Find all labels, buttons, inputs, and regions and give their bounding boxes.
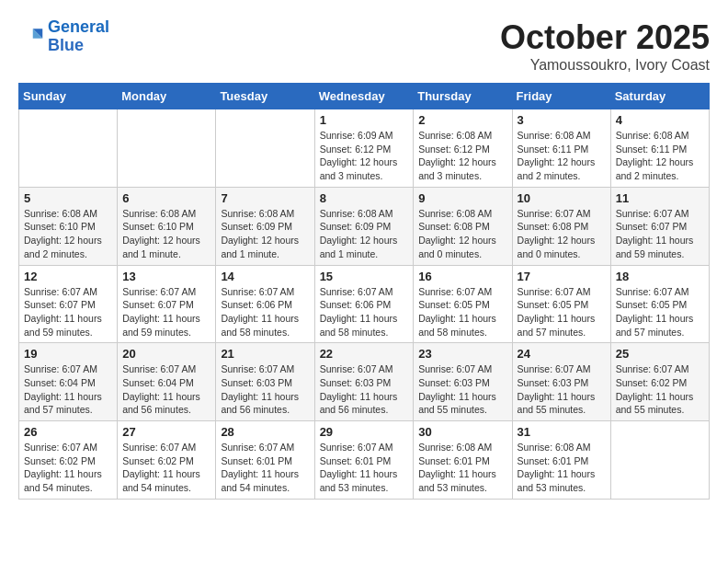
calendar-week-row: 1Sunrise: 6:09 AM Sunset: 6:12 PM Daylig… (19, 109, 710, 188)
calendar-cell: 8Sunrise: 6:08 AM Sunset: 6:09 PM Daylig… (314, 187, 414, 265)
calendar-cell: 30Sunrise: 6:08 AM Sunset: 6:01 PM Dayli… (414, 421, 512, 500)
day-number: 20 (122, 347, 210, 361)
day-info: Sunrise: 6:07 AM Sunset: 6:03 PM Dayligh… (320, 362, 409, 417)
calendar-cell (118, 109, 216, 188)
weekday-header: Thursday (414, 84, 512, 109)
day-number: 25 (616, 347, 704, 361)
day-info: Sunrise: 6:08 AM Sunset: 6:09 PM Dayligh… (221, 207, 309, 261)
day-number: 12 (24, 270, 112, 283)
month-title: October 2025 (500, 18, 710, 57)
calendar-week-row: 19Sunrise: 6:07 AM Sunset: 6:04 PM Dayli… (19, 343, 710, 421)
calendar-cell: 1Sunrise: 6:09 AM Sunset: 6:12 PM Daylig… (314, 109, 414, 188)
day-info: Sunrise: 6:07 AM Sunset: 6:02 PM Dayligh… (24, 441, 112, 495)
logo-blue: Blue (48, 36, 84, 54)
day-number: 27 (122, 425, 210, 439)
day-info: Sunrise: 6:07 AM Sunset: 6:07 PM Dayligh… (616, 207, 704, 261)
day-info: Sunrise: 6:08 AM Sunset: 6:01 PM Dayligh… (518, 441, 606, 495)
day-number: 2 (418, 113, 506, 127)
day-info: Sunrise: 6:08 AM Sunset: 6:11 PM Dayligh… (518, 129, 606, 183)
day-number: 18 (616, 270, 704, 283)
page-header: General Blue October 2025 Yamoussoukro, … (18, 18, 710, 74)
day-info: Sunrise: 6:07 AM Sunset: 6:01 PM Dayligh… (221, 441, 309, 495)
day-info: Sunrise: 6:08 AM Sunset: 6:12 PM Dayligh… (418, 129, 506, 183)
day-info: Sunrise: 6:08 AM Sunset: 6:08 PM Dayligh… (418, 207, 506, 261)
day-number: 6 (122, 191, 210, 205)
calendar-week-row: 5Sunrise: 6:08 AM Sunset: 6:10 PM Daylig… (19, 187, 710, 265)
calendar-cell: 16Sunrise: 6:07 AM Sunset: 6:05 PM Dayli… (414, 265, 512, 343)
calendar-cell: 28Sunrise: 6:07 AM Sunset: 6:01 PM Dayli… (216, 421, 314, 500)
day-number: 15 (320, 270, 409, 283)
day-number: 10 (518, 191, 606, 205)
day-info: Sunrise: 6:08 AM Sunset: 6:11 PM Dayligh… (616, 129, 704, 183)
calendar-cell: 7Sunrise: 6:08 AM Sunset: 6:09 PM Daylig… (216, 187, 314, 265)
day-info: Sunrise: 6:07 AM Sunset: 6:05 PM Dayligh… (518, 285, 606, 339)
weekday-header: Wednesday (314, 84, 414, 109)
calendar-header: SundayMondayTuesdayWednesdayThursdayFrid… (19, 84, 710, 109)
day-number: 9 (418, 191, 506, 205)
day-number: 4 (616, 113, 704, 127)
day-number: 26 (24, 425, 112, 439)
day-number: 5 (24, 191, 112, 205)
day-info: Sunrise: 6:07 AM Sunset: 6:05 PM Dayligh… (616, 285, 704, 339)
calendar-cell: 29Sunrise: 6:07 AM Sunset: 6:01 PM Dayli… (314, 421, 414, 500)
day-info: Sunrise: 6:07 AM Sunset: 6:06 PM Dayligh… (221, 285, 309, 339)
day-info: Sunrise: 6:09 AM Sunset: 6:12 PM Dayligh… (320, 129, 409, 183)
weekday-header: Saturday (610, 84, 709, 109)
day-info: Sunrise: 6:07 AM Sunset: 6:02 PM Dayligh… (122, 441, 210, 495)
day-info: Sunrise: 6:07 AM Sunset: 6:07 PM Dayligh… (24, 285, 112, 339)
calendar-cell: 26Sunrise: 6:07 AM Sunset: 6:02 PM Dayli… (19, 421, 118, 500)
day-info: Sunrise: 6:07 AM Sunset: 6:04 PM Dayligh… (24, 362, 112, 417)
calendar-cell: 5Sunrise: 6:08 AM Sunset: 6:10 PM Daylig… (19, 187, 118, 265)
logo-general: General (48, 17, 109, 36)
calendar-cell: 19Sunrise: 6:07 AM Sunset: 6:04 PM Dayli… (19, 343, 118, 421)
calendar-cell: 23Sunrise: 6:07 AM Sunset: 6:03 PM Dayli… (414, 343, 512, 421)
calendar-cell (610, 421, 709, 500)
day-info: Sunrise: 6:07 AM Sunset: 6:01 PM Dayligh… (320, 441, 409, 495)
day-info: Sunrise: 6:07 AM Sunset: 6:02 PM Dayligh… (616, 362, 704, 417)
weekday-header: Tuesday (216, 84, 314, 109)
day-number: 11 (616, 191, 704, 205)
title-block: October 2025 Yamoussoukro, Ivory Coast (500, 18, 710, 74)
day-info: Sunrise: 6:08 AM Sunset: 6:09 PM Dayligh… (320, 207, 409, 261)
logo-icon (18, 24, 44, 50)
location-label: Yamoussoukro, Ivory Coast (500, 57, 710, 74)
day-number: 1 (320, 113, 409, 127)
day-number: 24 (518, 347, 606, 361)
calendar-cell: 6Sunrise: 6:08 AM Sunset: 6:10 PM Daylig… (118, 187, 216, 265)
day-number: 30 (418, 425, 506, 439)
day-number: 3 (518, 113, 606, 127)
day-number: 21 (221, 347, 309, 361)
calendar-cell: 24Sunrise: 6:07 AM Sunset: 6:03 PM Dayli… (512, 343, 610, 421)
day-number: 31 (518, 425, 606, 439)
day-info: Sunrise: 6:07 AM Sunset: 6:03 PM Dayligh… (221, 362, 309, 417)
day-info: Sunrise: 6:07 AM Sunset: 6:05 PM Dayligh… (418, 285, 506, 339)
calendar-cell: 21Sunrise: 6:07 AM Sunset: 6:03 PM Dayli… (216, 343, 314, 421)
day-info: Sunrise: 6:07 AM Sunset: 6:04 PM Dayligh… (122, 362, 210, 417)
calendar-cell: 13Sunrise: 6:07 AM Sunset: 6:07 PM Dayli… (118, 265, 216, 343)
day-info: Sunrise: 6:08 AM Sunset: 6:01 PM Dayligh… (418, 441, 506, 495)
calendar-cell: 4Sunrise: 6:08 AM Sunset: 6:11 PM Daylig… (610, 109, 709, 188)
calendar-cell: 25Sunrise: 6:07 AM Sunset: 6:02 PM Dayli… (610, 343, 709, 421)
day-info: Sunrise: 6:07 AM Sunset: 6:03 PM Dayligh… (518, 362, 606, 417)
calendar-cell: 10Sunrise: 6:07 AM Sunset: 6:08 PM Dayli… (512, 187, 610, 265)
day-number: 22 (320, 347, 409, 361)
calendar-cell: 31Sunrise: 6:08 AM Sunset: 6:01 PM Dayli… (512, 421, 610, 500)
logo-text: General Blue (48, 18, 109, 55)
weekday-header: Friday (512, 84, 610, 109)
calendar-week-row: 12Sunrise: 6:07 AM Sunset: 6:07 PM Dayli… (19, 265, 710, 343)
day-number: 13 (122, 270, 210, 283)
day-info: Sunrise: 6:08 AM Sunset: 6:10 PM Dayligh… (24, 207, 112, 261)
calendar-cell: 9Sunrise: 6:08 AM Sunset: 6:08 PM Daylig… (414, 187, 512, 265)
day-number: 23 (418, 347, 506, 361)
calendar-cell: 22Sunrise: 6:07 AM Sunset: 6:03 PM Dayli… (314, 343, 414, 421)
day-number: 17 (518, 270, 606, 283)
calendar-cell: 27Sunrise: 6:07 AM Sunset: 6:02 PM Dayli… (118, 421, 216, 500)
calendar-table: SundayMondayTuesdayWednesdayThursdayFrid… (18, 83, 710, 500)
day-info: Sunrise: 6:07 AM Sunset: 6:03 PM Dayligh… (418, 362, 506, 417)
day-info: Sunrise: 6:07 AM Sunset: 6:08 PM Dayligh… (518, 207, 606, 261)
day-number: 29 (320, 425, 409, 439)
weekday-header: Sunday (19, 84, 118, 109)
calendar-cell: 17Sunrise: 6:07 AM Sunset: 6:05 PM Dayli… (512, 265, 610, 343)
day-number: 19 (24, 347, 112, 361)
day-number: 14 (221, 270, 309, 283)
